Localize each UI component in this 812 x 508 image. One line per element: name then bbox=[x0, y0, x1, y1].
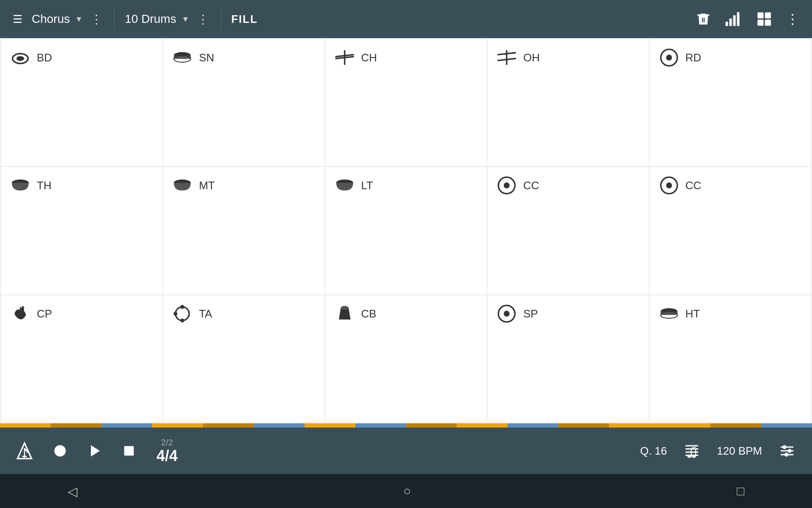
time-main-label: 4/4 bbox=[156, 447, 178, 464]
drum-cell-ta[interactable]: TA bbox=[163, 295, 324, 422]
progress-segment bbox=[761, 423, 812, 428]
android-nav-bar: ◁ ○ □ bbox=[0, 474, 812, 508]
drum-cell-cp[interactable]: CP bbox=[1, 295, 162, 422]
delete-button[interactable] bbox=[693, 8, 714, 30]
drum-cell-bd[interactable]: BD bbox=[1, 39, 162, 166]
progress-segment bbox=[406, 423, 457, 428]
top-more-button[interactable]: ⋮ bbox=[783, 8, 802, 30]
svg-rect-9 bbox=[757, 20, 763, 26]
drumkit-dropdown-button[interactable]: ▾ bbox=[181, 11, 190, 27]
svg-rect-44 bbox=[22, 456, 27, 457]
drum-cell-cc[interactable]: CC bbox=[488, 167, 648, 294]
bpm-label: 120 BPM bbox=[717, 444, 762, 458]
tom-icon bbox=[10, 175, 31, 196]
svg-rect-2 bbox=[704, 18, 705, 22]
svg-point-28 bbox=[504, 182, 510, 188]
progress-segment bbox=[203, 423, 254, 428]
svg-point-30 bbox=[666, 182, 672, 188]
drum-label-ta: TA bbox=[199, 303, 212, 324]
svg-point-33 bbox=[174, 312, 178, 315]
drum-cell-rd[interactable]: RD bbox=[650, 39, 811, 166]
menu-button[interactable]: ☰ bbox=[10, 10, 25, 28]
cymbal-icon bbox=[496, 175, 517, 196]
svg-point-58 bbox=[783, 445, 787, 449]
svg-point-52 bbox=[688, 456, 691, 458]
drum-cell-th[interactable]: TH bbox=[1, 167, 162, 294]
progress-segment bbox=[508, 423, 558, 428]
progress-segment bbox=[254, 423, 304, 428]
svg-rect-39 bbox=[661, 312, 678, 315]
svg-rect-5 bbox=[733, 15, 736, 26]
hihat-open-icon bbox=[496, 47, 517, 68]
progress-segment bbox=[304, 423, 355, 428]
grid-view-button[interactable] bbox=[754, 8, 775, 30]
drum-cell-ch[interactable]: CH bbox=[326, 39, 486, 166]
drum-cell-cc2[interactable]: CC bbox=[650, 167, 811, 294]
drum-label-mt: MT bbox=[199, 175, 215, 196]
progress-segment bbox=[710, 423, 761, 428]
svg-rect-7 bbox=[757, 12, 763, 18]
hihat-closed-icon bbox=[334, 47, 355, 68]
cymbal-icon bbox=[496, 303, 517, 324]
snare-icon bbox=[172, 47, 193, 68]
drum-cell-cb[interactable]: CB bbox=[326, 295, 486, 422]
svg-point-37 bbox=[504, 311, 510, 317]
bottom-right-controls: Q. 16 120 BPM bbox=[640, 440, 799, 462]
time-display: 2/2 4/4 bbox=[156, 438, 178, 464]
section-name-label: Chorus bbox=[32, 12, 70, 26]
svg-rect-6 bbox=[737, 12, 740, 26]
drum-cell-mt[interactable]: MT bbox=[163, 167, 324, 294]
progress-segment bbox=[51, 423, 102, 428]
metronome-button[interactable] bbox=[13, 438, 36, 464]
bottom-bar: 2/2 4/4 Q. 16 120 BPM bbox=[0, 428, 812, 474]
svg-point-23 bbox=[666, 55, 672, 61]
drum-label-ht: HT bbox=[686, 303, 700, 324]
back-button[interactable]: ◁ bbox=[68, 484, 77, 499]
stop-button[interactable] bbox=[118, 440, 140, 461]
drum-cell-sn[interactable]: SN bbox=[163, 39, 324, 166]
drum-cell-sp[interactable]: SP bbox=[488, 295, 648, 422]
trash-icon bbox=[695, 11, 711, 27]
kick-icon bbox=[10, 47, 31, 68]
drum-cell-lt[interactable]: LT bbox=[326, 167, 486, 294]
play-button[interactable] bbox=[84, 440, 106, 462]
cymbal-icon bbox=[658, 175, 680, 196]
recents-button[interactable]: □ bbox=[737, 484, 744, 498]
top-bar: ☰ Chorus ▾ ⋮ 10 Drums ▾ ⋮ FILL bbox=[0, 0, 812, 38]
score-icon bbox=[683, 443, 701, 458]
drum-cell-oh[interactable]: OH bbox=[488, 39, 648, 166]
signal-icon bbox=[725, 11, 743, 27]
section-name-area: Chorus ▾ ⋮ bbox=[32, 10, 104, 29]
clap-icon bbox=[10, 303, 31, 324]
record-button[interactable] bbox=[49, 440, 71, 462]
section-dropdown-button[interactable]: ▾ bbox=[74, 11, 84, 27]
drumkit-more-button[interactable]: ⋮ bbox=[195, 10, 211, 29]
mixer-button[interactable] bbox=[775, 440, 799, 462]
svg-point-34 bbox=[181, 318, 184, 322]
record-icon bbox=[52, 443, 68, 458]
menu-section: ☰ bbox=[10, 10, 25, 28]
svg-point-12 bbox=[16, 56, 24, 61]
drum-label-cp: CP bbox=[37, 303, 52, 324]
tom-icon bbox=[334, 175, 355, 196]
score-button[interactable] bbox=[680, 440, 704, 462]
drum-label-oh: OH bbox=[523, 47, 540, 68]
signal-button[interactable] bbox=[722, 8, 745, 30]
section-more-button[interactable]: ⋮ bbox=[88, 10, 104, 29]
progress-segment bbox=[152, 423, 203, 428]
svg-line-54 bbox=[691, 447, 696, 448]
drum-label-th: TH bbox=[37, 175, 52, 196]
drum-label-bd: BD bbox=[37, 47, 52, 68]
drumkit-label: 10 Drums bbox=[125, 12, 176, 26]
svg-rect-8 bbox=[765, 12, 771, 18]
drum-label-cb: CB bbox=[361, 303, 376, 324]
svg-point-45 bbox=[55, 445, 66, 457]
svg-rect-3 bbox=[726, 22, 728, 26]
svg-rect-10 bbox=[765, 20, 771, 26]
drum-cell-ht[interactable]: HT bbox=[650, 295, 811, 422]
svg-point-60 bbox=[788, 449, 792, 453]
cowbell-icon bbox=[334, 303, 355, 324]
drumkit-section: 10 Drums ▾ ⋮ bbox=[125, 10, 210, 29]
svg-rect-47 bbox=[124, 446, 134, 456]
home-button[interactable]: ○ bbox=[403, 484, 411, 498]
